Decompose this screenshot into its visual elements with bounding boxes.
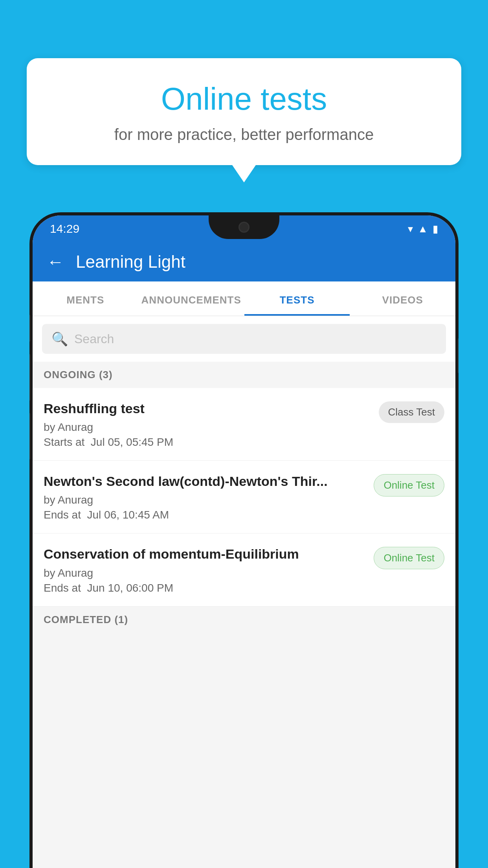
battery-icon: ▮ [433, 223, 438, 235]
volume-down-button [29, 354, 30, 401]
status-icons: ▾ ▲ ▮ [408, 223, 438, 235]
completed-section-header: COMPLETED (1) [33, 607, 455, 633]
test-author-conservation: by Anurag [44, 567, 366, 579]
test-time-newtons: Ends at Jul 06, 10:45 AM [44, 509, 366, 521]
test-badge-reshuffling: Class Test [379, 401, 444, 423]
test-badge-conservation: Online Test [374, 547, 444, 569]
tab-ments[interactable]: MENTS [33, 281, 138, 316]
camera [238, 222, 250, 233]
phone-screen: 14:29 ▾ ▲ ▮ ← Learning Light MENTS ANNOU… [33, 215, 455, 868]
bubble-subtitle: for more practice, better performance [46, 126, 442, 143]
test-author-newtons: by Anurag [44, 494, 366, 506]
phone-shell: 14:29 ▾ ▲ ▮ ← Learning Light MENTS ANNOU… [29, 212, 459, 868]
tab-tests[interactable]: TESTS [244, 281, 350, 316]
status-time: 14:29 [50, 222, 79, 235]
test-name-newtons: Newton's Second law(contd)-Newton's Thir… [44, 473, 366, 490]
tabs-bar: MENTS ANNOUNCEMENTS TESTS VIDEOS [33, 281, 455, 316]
app-header: ← Learning Light [33, 242, 455, 281]
wifi-icon: ▾ [408, 223, 413, 235]
notch [209, 215, 279, 239]
search-container: 🔍 Search [33, 316, 455, 362]
search-placeholder: Search [74, 332, 114, 346]
tab-announcements[interactable]: ANNOUNCEMENTS [138, 281, 244, 316]
app-title: Learning Light [76, 252, 185, 272]
test-author-reshuffling: by Anurag [44, 421, 371, 434]
test-item-reshuffling[interactable]: Reshuffling test by Anurag Starts at Jul… [33, 388, 455, 461]
test-name-conservation: Conservation of momentum-Equilibrium [44, 545, 366, 563]
test-name-reshuffling: Reshuffling test [44, 400, 371, 417]
test-info-newtons: Newton's Second law(contd)-Newton's Thir… [44, 473, 374, 521]
tab-videos[interactable]: VIDEOS [350, 281, 455, 316]
search-bar[interactable]: 🔍 Search [42, 324, 446, 354]
test-info-reshuffling: Reshuffling test by Anurag Starts at Jul… [44, 400, 379, 449]
volume-up-button [29, 314, 30, 342]
test-info-conservation: Conservation of momentum-Equilibrium by … [44, 545, 374, 594]
ongoing-section-header: ONGOING (3) [33, 362, 455, 388]
test-item-conservation[interactable]: Conservation of momentum-Equilibrium by … [33, 533, 455, 606]
back-button[interactable]: ← [47, 252, 64, 272]
test-list: Reshuffling test by Anurag Starts at Jul… [33, 388, 455, 607]
assistant-button [29, 413, 30, 460]
test-time-conservation: Ends at Jun 10, 06:00 PM [44, 582, 366, 594]
test-badge-newtons: Online Test [374, 474, 444, 497]
power-button [458, 338, 459, 373]
signal-icon: ▲ [418, 223, 428, 235]
test-time-reshuffling: Starts at Jul 05, 05:45 PM [44, 436, 371, 449]
search-icon: 🔍 [51, 331, 68, 347]
promo-bubble: Online tests for more practice, better p… [27, 58, 461, 165]
test-item-newtons[interactable]: Newton's Second law(contd)-Newton's Thir… [33, 461, 455, 533]
bubble-title: Online tests [46, 82, 442, 116]
